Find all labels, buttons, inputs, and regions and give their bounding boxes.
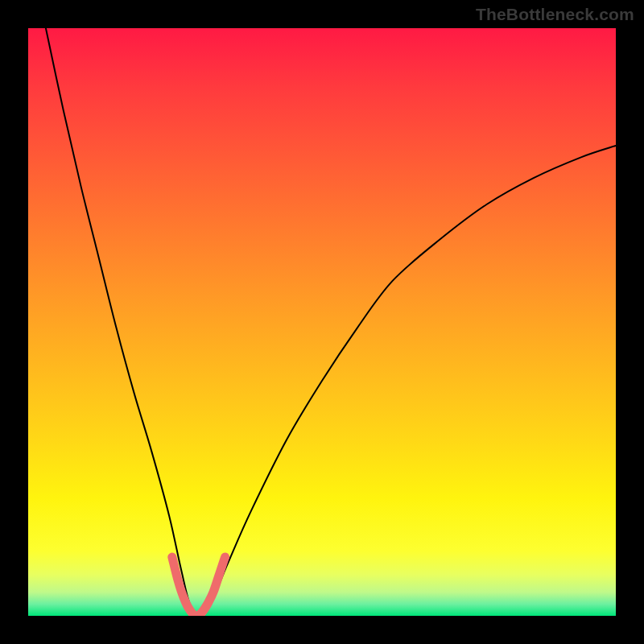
plot-area xyxy=(28,28,616,616)
curves-svg xyxy=(28,28,616,616)
watermark-text: TheBottleneck.com xyxy=(476,5,634,24)
black-curve-path xyxy=(46,28,616,616)
outer-frame: TheBottleneck.com xyxy=(0,0,644,644)
